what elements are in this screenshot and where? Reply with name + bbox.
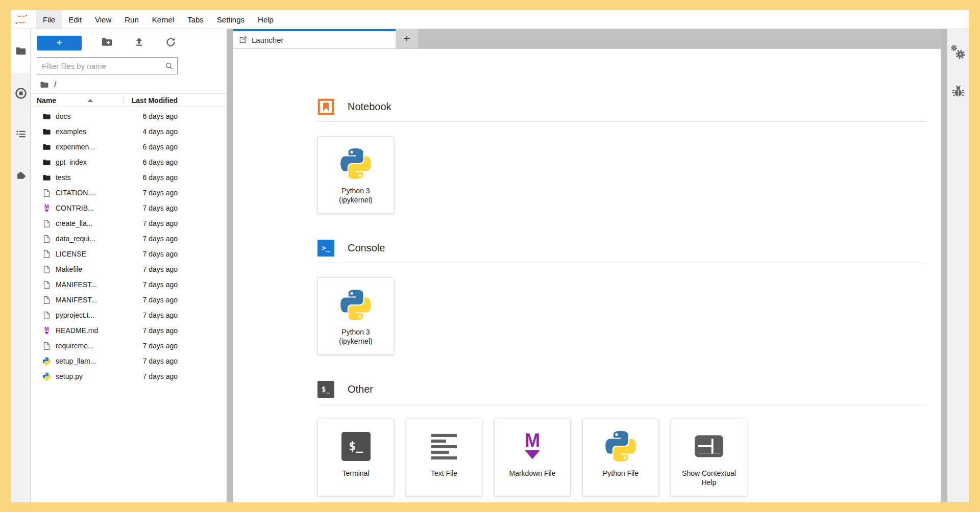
launcher-card-label: Python File [599,469,643,478]
column-header-last-modified[interactable]: Last Modified [124,96,227,105]
menu-item-kernel[interactable]: Kernel [145,10,181,29]
file-row[interactable]: docs 6 days ago [31,109,227,124]
sidebar-item-file-browser[interactable] [11,29,30,73]
launcher-card[interactable]: Python 3 (ipykernel) [317,277,394,355]
launcher-card-label: Python 3 (ipykernel) [335,328,376,346]
folder-icon [42,158,51,167]
launcher-card[interactable]: Markdown File [494,419,571,496]
file-row[interactable]: MANIFEST... 7 days ago [31,277,227,292]
python-icon [604,429,638,463]
jupyter-logo-icon [15,13,28,25]
python-icon [42,357,51,366]
menu-item-tabs[interactable]: Tabs [181,10,210,29]
file-row[interactable]: pyproject.t... 7 days ago [31,308,227,323]
launcher-section-header: $_ Other [317,380,926,398]
menu-item-file[interactable]: File [36,10,62,29]
file-type-icon [42,341,51,350]
contextual-help-icon [693,432,725,460]
folder-icon [42,143,51,151]
section-icon: $_ [317,381,334,398]
panel-splitter-right[interactable] [941,29,947,502]
property-inspector-button[interactable] [950,44,966,60]
file-type-icon [42,295,51,304]
launcher-section: Notebook Python 3 (ipykernel) [317,98,926,214]
section-icon: >_ [317,240,334,257]
file-type-icon [42,219,51,228]
launcher-card[interactable]: Show Contextual Help [671,419,747,496]
menu-item-run[interactable]: Run [118,10,145,29]
upload-button[interactable] [132,36,145,49]
file-row[interactable]: experimen... 6 days ago [31,139,227,155]
refresh-button[interactable] [164,36,178,49]
menu-item-edit[interactable]: Edit [62,10,88,29]
tab-launcher[interactable]: Launcher [233,29,396,48]
file-modified: 7 days ago [143,357,227,365]
launcher-card-label: Markdown File [505,469,559,478]
menu-item-settings[interactable]: Settings [210,10,251,29]
file-row[interactable]: Makefile 7 days ago [31,262,227,277]
file-modified: 7 days ago [143,265,227,273]
file-row[interactable]: setup_llam... 7 days ago [31,353,227,369]
file-row[interactable]: setup.py 7 days ago [31,369,227,384]
new-folder-button[interactable] [101,36,114,49]
file-row[interactable]: CITATION.... 7 days ago [31,185,227,200]
menu-item-view[interactable]: View [88,10,118,29]
launcher-card[interactable]: Python File [582,419,659,496]
sort-ascending-icon [88,99,93,102]
file-modified: 6 days ago [143,173,227,182]
file-name: LICENSE [56,250,86,258]
file-modified: 7 days ago [143,342,227,350]
launcher-section: $_ Other $_ Terminal Text File Markdown … [317,380,926,496]
new-tab-button[interactable]: + [396,29,418,48]
launcher-card[interactable]: Text File [406,419,482,496]
file-name: create_lla... [56,219,92,227]
text-file-icon [430,432,458,460]
panel-splitter-left[interactable] [227,29,233,502]
launcher-card-label: Python 3 (ipykernel) [335,187,376,204]
file-type-icon [42,234,51,243]
file-modified: 7 days ago [143,250,227,258]
debugger-button[interactable] [951,84,965,98]
file-type-icon [42,203,51,213]
launcher-card[interactable]: $_ Terminal [317,419,394,496]
file-name: Makefile [56,265,82,273]
sidebar-item-extensions[interactable] [11,155,30,195]
file-row[interactable]: MANIFEST... 7 days ago [31,292,227,308]
terminal-icon: $_ [341,432,371,461]
file-browser-panel: + / [31,29,227,502]
section-divider [317,263,926,263]
file-row[interactable]: README.md 7 days ago [31,323,227,338]
file-type-icon [42,173,51,182]
file-icon [42,311,51,320]
breadcrumb[interactable]: / [40,80,227,89]
filter-files-input[interactable] [42,62,164,70]
launcher-body: Notebook Python 3 (ipykernel) >_ Console… [233,48,941,502]
file-type-icon [42,265,51,274]
file-type-icon [42,142,51,151]
file-modified: 7 days ago [143,204,227,212]
file-type-icon [42,356,51,366]
file-row[interactable]: requireme... 7 days ago [31,338,227,353]
file-icon [42,265,51,274]
table-of-contents-icon [15,129,27,140]
file-name: README.md [56,326,98,335]
sidebar-item-table-of-contents[interactable] [11,114,30,155]
file-row[interactable]: CONTRIB... 7 days ago [31,200,227,216]
file-row[interactable]: tests 6 days ago [31,170,227,185]
launcher-card-label: Text File [427,469,461,478]
file-icon [42,250,51,259]
launcher-card[interactable]: Python 3 (ipykernel) [317,136,394,214]
file-row[interactable]: create_lla... 7 days ago [31,216,227,231]
file-name: requireme... [56,342,94,350]
sidebar-item-running-sessions[interactable] [11,73,30,114]
new-launcher-button[interactable]: + [37,36,82,50]
file-row[interactable]: LICENSE 7 days ago [31,246,227,262]
filter-box [37,57,178,74]
file-row[interactable]: examples 4 days ago [31,124,227,139]
column-header-name[interactable]: Name [31,96,124,105]
refresh-icon [165,36,177,48]
markdown-icon [518,431,547,461]
file-row[interactable]: gpt_index 6 days ago [31,155,227,170]
menu-item-help[interactable]: Help [251,10,280,29]
file-row[interactable]: data_requi... 7 days ago [31,231,227,246]
